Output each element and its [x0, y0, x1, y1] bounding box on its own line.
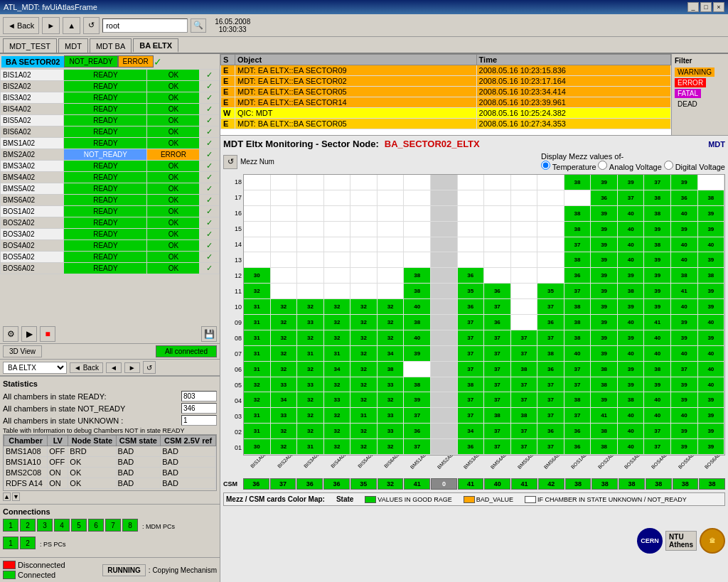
- status-cell: OK: [147, 92, 200, 104]
- stop-icon-btn[interactable]: ■: [40, 326, 55, 342]
- grid-cell: 38: [591, 377, 618, 392]
- grid-cell: 40: [618, 315, 645, 330]
- grid-cell: 32: [350, 299, 378, 314]
- mdm-button-4[interactable]: 4: [54, 519, 70, 532]
- tab-mdt-ba[interactable]: MDT BA: [90, 38, 132, 53]
- mdm-button-7[interactable]: 7: [105, 519, 121, 532]
- up-button[interactable]: ▲: [63, 17, 80, 34]
- col-csm: CSM state: [116, 436, 161, 446]
- table-row: BMS4A02 READY OK ✓: [1, 172, 220, 183]
- grid-cell: 36: [537, 315, 564, 330]
- ntu-logo: NTUAthens: [665, 531, 697, 551]
- ps-button-1[interactable]: 1: [3, 537, 18, 549]
- play-icon-btn[interactable]: ▶: [21, 326, 37, 342]
- address-input[interactable]: [102, 18, 188, 33]
- mdm-button-3[interactable]: 3: [37, 519, 53, 532]
- debug-scroll-up[interactable]: ▲: [3, 492, 11, 501]
- alert-row[interactable]: E MDT: EA ELTX::EA SECTOR14 2008.05.16 1…: [221, 97, 671, 108]
- save-icon-btn[interactable]: 💾: [201, 326, 217, 342]
- ps-button-2[interactable]: 2: [20, 537, 36, 549]
- alert-row[interactable]: E MDT: EA ELTX::EA SECTOR02 2008.05.16 1…: [221, 76, 671, 87]
- grid-cell: 32: [378, 392, 405, 407]
- grid-cell: 37: [458, 362, 485, 377]
- grid-cell: [511, 206, 538, 221]
- grid-cell: 39: [671, 377, 698, 392]
- mdm-button-2[interactable]: 2: [20, 519, 36, 532]
- grid-cell: [404, 252, 431, 267]
- alert-row[interactable]: E MDT: EA ELTX::EA SECTOR09 2008.05.16 1…: [221, 65, 671, 76]
- grid-cell: 39: [404, 346, 431, 361]
- mdm-button-6[interactable]: 6: [88, 519, 104, 532]
- grid-cell: 40: [644, 408, 671, 423]
- nav-refresh-button[interactable]: ↺: [143, 361, 156, 374]
- alert-row[interactable]: E MDT: BA ELTX::BA SECTOR05 2008.05.16 1…: [221, 119, 671, 129]
- temp-option[interactable]: Temperature: [541, 163, 596, 171]
- grid-cell: 32: [324, 439, 351, 454]
- analog-option[interactable]: Analog Voltage: [598, 163, 661, 171]
- back-button[interactable]: ◄ Back: [3, 17, 39, 34]
- 3d-view-button[interactable]: 3D View: [3, 345, 42, 357]
- nav-dropdown[interactable]: BA ELTX: [3, 362, 67, 374]
- grid-cell: 32: [297, 362, 324, 377]
- sector-header: BA SECTOR02 NOT_READY ERROR ✓: [0, 54, 220, 69]
- mdt-controls: ↺ Mezz Num Display Mezz values of- Tempe…: [223, 152, 725, 171]
- right-panel: S Object Time E MDT: EA ELTX::EA SECTOR0…: [220, 54, 728, 582]
- grid-cell: 32: [244, 284, 271, 298]
- left-panel: BA SECTOR02 NOT_READY ERROR ✓ BIS1A02 RE…: [0, 54, 220, 582]
- y-label: 07: [223, 346, 242, 362]
- grid-cell: [458, 206, 485, 221]
- refresh-button[interactable]: ↺: [83, 17, 100, 34]
- grid-cell: 40: [404, 299, 431, 314]
- grid-cell: [484, 222, 511, 237]
- window-controls: _ □ ×: [687, 2, 724, 12]
- grid-cell: 31: [324, 346, 351, 361]
- grid-cell: [511, 190, 538, 205]
- debug-table-wrap: Chamber LV Node State CSM state CSM 2.5V…: [3, 434, 217, 491]
- tab-ba-eltx[interactable]: BA ELTX: [133, 38, 178, 53]
- nav-back-button[interactable]: ◄ Back: [70, 362, 103, 373]
- grid-cell: 38: [618, 392, 645, 407]
- nav-arrow-1[interactable]: ◄: [106, 362, 122, 373]
- settings-icon-btn[interactable]: ⚙: [3, 326, 18, 342]
- grid-cell: 37: [537, 408, 564, 423]
- connections-section: Connections 12345678 : MDM PCs 12 : PS P…: [0, 504, 220, 557]
- not-ready-button[interactable]: NOT_READY: [64, 55, 117, 68]
- tab-mdt[interactable]: MDT: [58, 38, 88, 53]
- unknown-stat-row: All chambers in state UNKNOWN : 1: [3, 415, 217, 426]
- grid-cell: [244, 206, 271, 221]
- mdt-refresh-button[interactable]: ↺: [223, 155, 237, 169]
- csm-label: CSM: [223, 480, 243, 487]
- mdm-button-1[interactable]: 1: [3, 519, 18, 532]
- digital-option[interactable]: Digital Voltage: [664, 163, 725, 171]
- tab-mdt-test[interactable]: MDT_TEST: [3, 38, 57, 53]
- grid-cell: 37: [484, 330, 511, 345]
- grid-cell: 38: [618, 284, 645, 298]
- mdt-title: MDT Eltx Monitoring - Sector Node:: [223, 139, 379, 149]
- status-cell: OK: [147, 126, 200, 138]
- debug-scroll-down[interactable]: ▼: [12, 492, 20, 501]
- error-button[interactable]: ERROR: [118, 55, 154, 68]
- grid-cell: 32: [271, 439, 298, 454]
- grid-cell: 32: [350, 392, 378, 407]
- mdm-button-5[interactable]: 5: [71, 519, 87, 532]
- grid-cell: [324, 237, 351, 252]
- grid-cell: 39: [671, 330, 698, 345]
- go-button[interactable]: 🔍: [191, 18, 206, 33]
- grid-cell: 37: [511, 377, 538, 392]
- check-cell: ✓: [200, 70, 220, 81]
- maximize-button[interactable]: □: [700, 2, 712, 12]
- close-button[interactable]: ×: [713, 2, 724, 12]
- grid-cell: 38: [404, 268, 431, 283]
- minimize-button[interactable]: _: [687, 2, 699, 12]
- grid-cell: 37: [484, 377, 511, 392]
- nav-arrow-2[interactable]: ►: [124, 362, 140, 373]
- csm-cell: 41: [511, 478, 537, 490]
- alert-row[interactable]: W QIC: MDT 2008.05.16 10:25:24.382: [221, 108, 671, 119]
- alert-row[interactable]: E MDT: EA ELTX::EA SECTOR05 2008.05.16 1…: [221, 87, 671, 97]
- all-connected-button[interactable]: All connected: [156, 345, 217, 357]
- mdm-button-8[interactable]: 8: [122, 519, 138, 532]
- grid-cell: [484, 190, 511, 205]
- grid-cell: [431, 362, 458, 377]
- grid-cell: [244, 237, 271, 252]
- forward-button[interactable]: ►: [42, 17, 60, 34]
